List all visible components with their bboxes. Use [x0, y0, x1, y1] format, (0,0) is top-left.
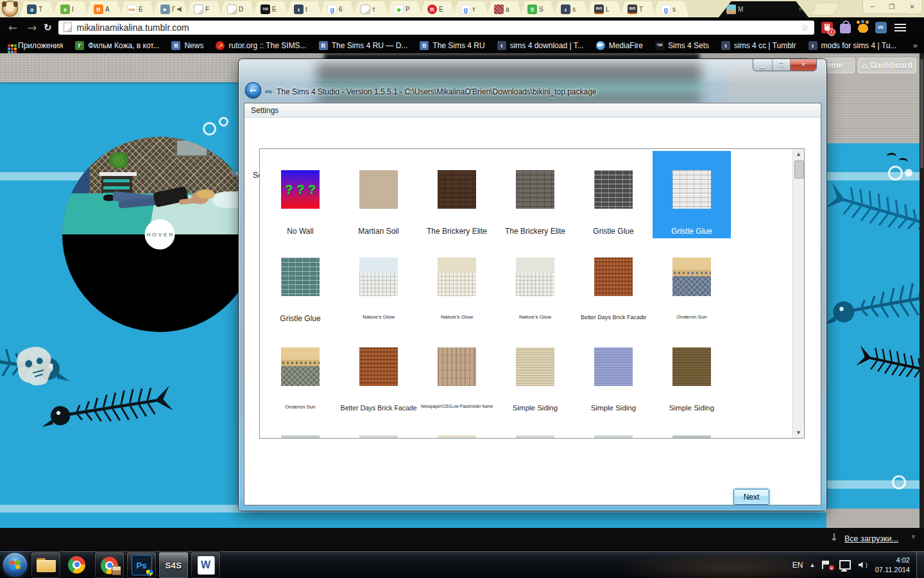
page-icon [64, 22, 72, 32]
texture-item[interactable]: Nature's Glow [339, 238, 418, 326]
texture-item[interactable]: Gristle Glue [574, 151, 653, 238]
chrome-menu-icon[interactable] [894, 27, 906, 28]
close-icon[interactable]: ✕ [909, 4, 914, 10]
scroll-down-icon[interactable]: ▼ [793, 428, 804, 438]
texture-item[interactable]: Onderon Sun [261, 328, 339, 416]
texture-item[interactable]: Nature's Glow [418, 238, 496, 326]
tray-expand-icon[interactable]: ▲ [810, 563, 814, 568]
bookmark-apps[interactable]: Приложения [6, 41, 63, 50]
shopping-bag-extension-icon[interactable] [840, 24, 851, 33]
bookmarks-overflow-icon[interactable]: » [913, 40, 918, 50]
reload-icon[interactable]: ↻ [44, 22, 52, 33]
texture-item-selected[interactable]: Gristle Glue [653, 151, 731, 238]
bookmark-star-icon[interactable]: ☆ [801, 22, 809, 33]
taskbar-chrome-profile-button[interactable] [94, 552, 124, 578]
bookmark[interactable]: MediaFire [596, 41, 643, 50]
browser-tab[interactable]: F [186, 1, 222, 17]
url-text[interactable]: mikalinamikalina.tumblr.com [77, 22, 189, 33]
bookmark[interactable]: tsims 4 download | T... [497, 41, 584, 50]
speaker-icon[interactable] [859, 562, 864, 568]
restore-icon[interactable]: ❐ [889, 4, 894, 10]
hover-badge[interactable]: HOVER [145, 220, 175, 250]
menu-settings[interactable]: Settings [244, 106, 285, 115]
browser-tab[interactable]: D [219, 1, 255, 17]
bookmark[interactable]: BThe Sims 4 RU — D... [319, 41, 408, 50]
network-icon[interactable] [839, 560, 851, 570]
back-button[interactable]: ← [245, 82, 261, 98]
bookmark[interactable]: tsims 4 cc | Tumblr [721, 41, 796, 50]
bookmark[interactable]: TSRSims 4 Sets [655, 41, 709, 50]
close-icon[interactable]: ✕ [791, 59, 816, 71]
scroll-up-icon[interactable]: ▲ [793, 149, 804, 159]
download-shelf-close-icon[interactable]: × [911, 532, 916, 541]
taskbar-word-button[interactable]: W [191, 552, 221, 578]
tab-close-icon[interactable]: × [798, 6, 802, 13]
texture-item[interactable]: The Brickery Elite [418, 151, 496, 238]
texture-item[interactable]: Better Days Brick Facade [574, 238, 653, 326]
browser-tab[interactable]: P [386, 1, 422, 17]
browser-tab[interactable]: 6 [320, 1, 355, 17]
texture-item[interactable]: Newspaper015GLow Placeholder Name [418, 328, 496, 416]
b-icon: B [420, 41, 429, 50]
texture-item[interactable]: Onderon Sun [653, 238, 731, 326]
browser-tab[interactable]: E [253, 1, 289, 17]
browser-tab[interactable]: A [86, 1, 122, 17]
taskbar-chrome-button[interactable] [62, 552, 91, 577]
clock[interactable]: 4:02 07.11.2014 [875, 556, 910, 575]
browser-tab[interactable]: s [653, 1, 689, 17]
browser-tab[interactable]: L [586, 1, 622, 17]
bookmark[interactable]: BThe Sims 4 RU [420, 41, 484, 50]
start-button[interactable] [3, 553, 27, 577]
page-scrollbar-thumb[interactable] [920, 59, 923, 168]
texture-item[interactable]: Simple Siding [653, 328, 731, 416]
browser-tab[interactable]: t [286, 1, 322, 17]
bookmark[interactable]: BNews [171, 41, 203, 50]
bookmark[interactable]: ГФильм Кожа, в кот... [75, 41, 159, 50]
paw-extension-icon[interactable] [858, 24, 868, 33]
texture-item[interactable]: No Wall [261, 151, 339, 238]
browser-tab[interactable]: E [420, 1, 456, 17]
taskbar-explorer-button[interactable] [31, 552, 61, 578]
vk-extension-icon[interactable]: VK [875, 22, 887, 33]
dashboard-button[interactable]: ⌂ Dashboard [858, 58, 916, 73]
texture-item[interactable]: Nature's Glow [496, 238, 574, 326]
browser-tab[interactable]: S [520, 1, 556, 17]
browser-tab[interactable]: I [53, 1, 89, 17]
forward-icon[interactable]: → [26, 21, 38, 34]
minimize-icon[interactable]: ─ [870, 4, 874, 10]
browser-profile-avatar[interactable] [2, 1, 18, 17]
grid-scrollbar[interactable]: ▲ ▼ [792, 149, 804, 438]
browser-tab[interactable]: T [620, 1, 656, 17]
action-center-flag-icon[interactable]: ✕ [822, 561, 832, 569]
browser-tab[interactable]: т [453, 1, 489, 17]
language-indicator[interactable]: EN [792, 561, 803, 570]
browser-tab[interactable]: Г [153, 1, 189, 17]
next-button[interactable]: Next [733, 489, 769, 505]
taskbar-photoshop-button[interactable]: Ps [126, 552, 157, 578]
new-tab-button[interactable] [810, 3, 841, 15]
texture-item[interactable]: Better Days Brick Facade [339, 328, 418, 416]
browser-tab[interactable]: T [19, 1, 55, 17]
show-desktop-button[interactable] [916, 551, 924, 578]
scrollbar-thumb[interactable] [794, 161, 804, 179]
address-bar[interactable]: mikalinamikalina.tumblr.com ☆ [58, 21, 814, 35]
minimize-icon[interactable]: ▁ [753, 59, 773, 71]
tumblr-avatar-circle[interactable]: HOVER [62, 137, 257, 332]
browser-tab[interactable]: a [486, 1, 522, 17]
taskbar-s4s-button-active[interactable]: S4S [158, 552, 189, 578]
bookmark[interactable]: ☭rutor.org :: The SIMS... [216, 41, 306, 50]
browser-tab-active[interactable]: M × [719, 1, 809, 17]
all-downloads-link[interactable]: Все загрузки... [844, 534, 898, 543]
maximize-icon[interactable]: ❐ [773, 59, 791, 71]
browser-tab[interactable]: s [553, 1, 589, 17]
browser-tab[interactable]: E [119, 1, 155, 17]
bookmark[interactable]: tmods for sims 4 | Tu... [809, 41, 897, 50]
texture-item[interactable]: Simple Siding [496, 328, 574, 416]
texture-item[interactable]: The Brickery Elite [496, 151, 574, 238]
back-icon[interactable]: ← [6, 21, 19, 34]
adblock-icon[interactable]: 1 [821, 22, 833, 33]
browser-tab[interactable]: т [353, 1, 389, 17]
texture-item[interactable]: Gristle Glue [261, 238, 339, 326]
texture-item[interactable]: Martian Soil [339, 151, 418, 238]
texture-item[interactable]: Simple Siding [574, 328, 653, 416]
